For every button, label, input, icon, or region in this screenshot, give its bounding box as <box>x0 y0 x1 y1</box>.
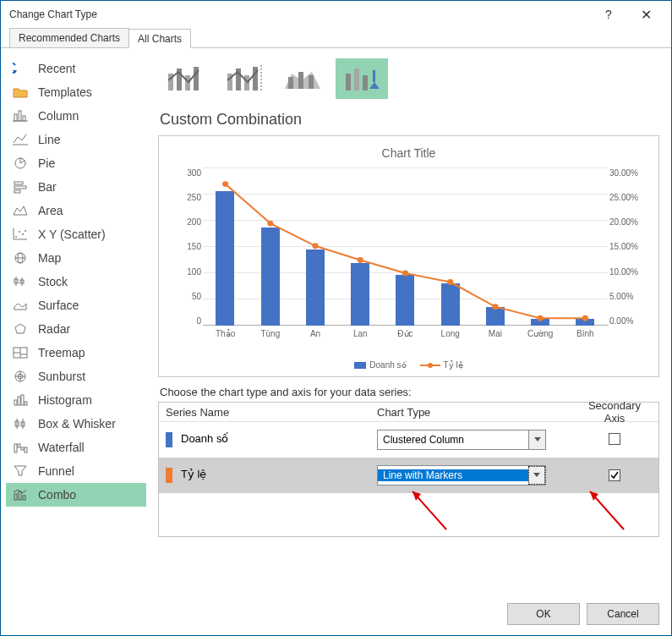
boxwhisker-icon <box>11 416 30 431</box>
sidebar-item-stock[interactable]: Stock <box>6 270 146 293</box>
svg-rect-52 <box>244 75 249 90</box>
sidebar-item-templates[interactable]: Templates <box>6 80 146 104</box>
subtype-custom-combination[interactable] <box>336 58 388 99</box>
sidebar-item-scatter[interactable]: X Y (Scatter) <box>6 222 146 246</box>
sidebar-item-sunburst[interactable]: Sunburst <box>6 365 146 388</box>
surface-icon <box>11 298 30 313</box>
sidebar-item-label: Treemap <box>38 346 85 359</box>
sidebar-item-boxwhisker[interactable]: Box & Whisker <box>6 412 146 436</box>
sidebar-item-label: Radar <box>38 322 70 336</box>
svg-marker-22 <box>15 324 25 333</box>
sidebar-item-combo[interactable]: Combo <box>6 483 146 507</box>
svg-rect-39 <box>14 444 17 452</box>
sidebar-item-surface[interactable]: Surface <box>6 293 146 317</box>
series-table-header: Series Name Chart Type Secondary Axis <box>159 403 658 422</box>
line-icon <box>11 132 30 147</box>
chevron-down-icon <box>528 430 545 449</box>
chart-type-dropdown-ty-le[interactable]: Line with Markers <box>377 465 546 485</box>
svg-rect-56 <box>298 72 303 89</box>
close-button[interactable]: ✕ <box>627 2 664 27</box>
svg-rect-8 <box>14 190 20 193</box>
main-panel: Custom Combination Chart Title 300250200… <box>146 48 671 593</box>
sidebar-item-column[interactable]: Column <box>6 104 146 128</box>
tab-recommended-charts[interactable]: Recommended Charts <box>9 28 129 47</box>
hdr-chart-type: Chart Type <box>370 406 571 419</box>
chart-plot-area <box>203 168 608 326</box>
sidebar-item-treemap[interactable]: Treemap <box>6 341 146 365</box>
sidebar-item-label: Histogram <box>38 393 92 407</box>
svg-point-63 <box>267 221 273 227</box>
chart-legend: Doanh số Tỷ lệ <box>159 360 658 370</box>
subtype-clustered-column-line[interactable] <box>158 58 210 99</box>
svg-point-69 <box>538 315 544 321</box>
sidebar-item-radar[interactable]: Radar <box>6 317 146 341</box>
waterfall-icon <box>11 440 30 455</box>
secondary-axis-checkbox-doanh-so[interactable] <box>609 433 620 445</box>
svg-rect-33 <box>21 395 24 405</box>
svg-rect-2 <box>23 116 25 121</box>
legend-item-line: Tỷ lệ <box>420 360 463 370</box>
svg-rect-34 <box>25 402 27 405</box>
svg-point-11 <box>22 233 24 235</box>
svg-point-72 <box>428 363 433 368</box>
svg-point-67 <box>447 279 453 285</box>
svg-rect-31 <box>14 400 17 405</box>
sidebar-item-funnel[interactable]: Funnel <box>6 459 146 483</box>
y-axis-right: 30.00%25.00%20.00%15.00%10.00%5.00%0.00% <box>609 168 652 326</box>
svg-rect-0 <box>14 114 17 121</box>
sidebar-item-label: Combo <box>38 488 76 502</box>
sidebar-item-pie[interactable]: Pie <box>6 151 146 175</box>
svg-line-75 <box>590 491 624 529</box>
sidebar-item-label: Stock <box>38 275 68 288</box>
area-icon <box>11 203 30 218</box>
sidebar-item-histogram[interactable]: Histogram <box>6 388 146 412</box>
radar-icon <box>11 321 30 337</box>
sidebar-item-area[interactable]: Area <box>6 199 146 222</box>
chevron-down-icon <box>528 466 545 485</box>
sunburst-icon <box>11 369 30 384</box>
sidebar-item-label: Pie <box>38 156 55 170</box>
ok-button[interactable]: OK <box>507 603 580 625</box>
svg-point-70 <box>582 315 588 321</box>
x-axis-labels: ThảoTùngAnLanĐứcLongMaiCườngBình <box>203 329 608 343</box>
cancel-button[interactable]: Cancel <box>587 603 659 625</box>
series-name: Doanh số <box>181 432 228 445</box>
treemap-icon <box>11 345 30 360</box>
sidebar-item-bar[interactable]: Bar <box>6 175 146 199</box>
chart-category-sidebar: Recent Templates Column Line Pie Bar Are… <box>1 48 146 593</box>
scatter-icon <box>11 227 30 242</box>
pie-icon <box>11 156 30 171</box>
sidebar-item-label: Templates <box>38 85 92 99</box>
hdr-secondary-axis: Secondary Axis <box>571 399 658 425</box>
svg-rect-41 <box>21 447 24 450</box>
y-axis-left: 300250200150100500 <box>176 168 201 326</box>
subtype-clustered-column-line-secondary[interactable] <box>217 58 270 99</box>
svg-rect-40 <box>18 444 20 447</box>
series-row-doanh-so: Doanh số Clustered Column <box>159 422 658 458</box>
sidebar-item-label: Map <box>38 251 61 265</box>
svg-point-9 <box>15 236 17 238</box>
titlebar: Change Chart Type ? ✕ <box>1 1 671 28</box>
svg-point-65 <box>358 257 363 263</box>
sidebar-item-recent[interactable]: Recent <box>6 57 146 80</box>
help-button[interactable]: ? <box>590 2 627 27</box>
sidebar-item-label: Waterfall <box>38 441 85 454</box>
secondary-axis-checkbox-ty-le[interactable] <box>609 469 620 481</box>
bar-icon <box>11 179 30 195</box>
legend-item-bars: Doanh số <box>354 360 406 370</box>
sidebar-item-label: Sunburst <box>38 370 85 383</box>
svg-point-68 <box>492 304 498 310</box>
svg-point-12 <box>25 230 26 232</box>
svg-rect-48 <box>185 75 190 90</box>
tab-all-charts[interactable]: All Charts <box>128 29 191 48</box>
svg-line-73 <box>412 491 446 529</box>
histogram-icon <box>11 392 30 408</box>
svg-rect-61 <box>373 70 375 82</box>
chart-type-dropdown-doanh-so[interactable]: Clustered Column <box>377 430 546 450</box>
sidebar-item-waterfall[interactable]: Waterfall <box>6 436 146 459</box>
subtype-stacked-area-column[interactable] <box>276 58 329 99</box>
series-name: Tỷ lệ <box>181 468 206 480</box>
sidebar-item-map[interactable]: Map <box>6 246 146 270</box>
sidebar-item-line[interactable]: Line <box>6 128 146 151</box>
dialog-footer: OK Cancel <box>1 593 671 635</box>
